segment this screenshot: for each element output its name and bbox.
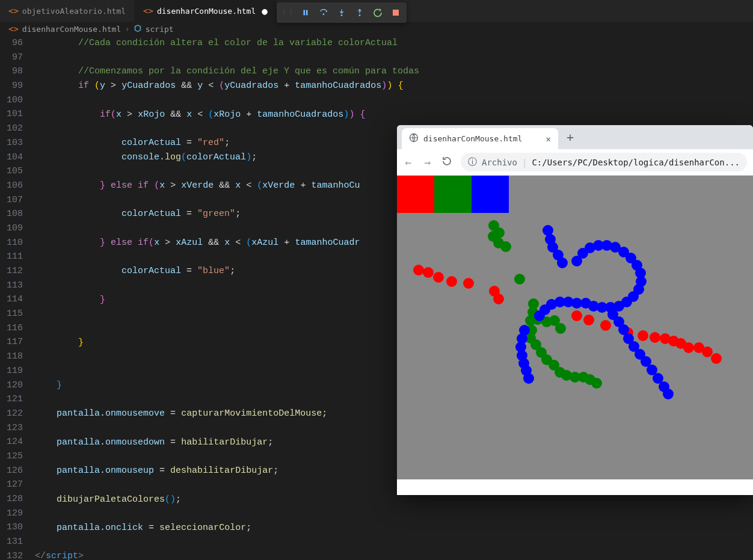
drawn-dot [711,353,722,364]
debug-restart-button[interactable] [369,5,386,20]
address-bar[interactable]: ⓘ Archivo | C:/Users/PC/Desktop/logica/d… [461,153,747,171]
drag-grip-icon[interactable]: ⋮⋮ [279,5,296,20]
globe-icon [409,133,419,144]
info-icon[interactable]: ⓘ [468,156,477,168]
drawn-dot [683,342,694,353]
drawn-dot [493,294,504,304]
chevron-right-icon: › [124,24,129,34]
drawn-dot [583,315,594,325]
debug-stop-button[interactable] [387,5,404,20]
addr-path: C:/Users/PC/Desktop/logica/disenharCon..… [532,158,740,167]
dirty-indicator-icon: ● [262,5,268,17]
drawn-dot [600,320,611,331]
drawn-dot [500,241,511,252]
svg-point-4 [359,14,361,16]
browser-toolbar: ← → ⓘ Archivo | C:/Users/PC/Desktop/logi… [397,149,753,176]
drawing-canvas[interactable] [397,176,753,479]
back-button[interactable]: ← [403,156,414,168]
browser-window: disenharConMouse.html ✕ + ← → ⓘ Archivo … [397,125,753,495]
drawn-dot [463,278,474,289]
addr-label: Archivo [482,158,517,167]
debug-step-into-button[interactable] [333,5,350,20]
drawn-dot [433,272,444,283]
html-file-icon: <> [8,24,19,34]
html-file-icon: <> [8,6,19,16]
debug-pause-button[interactable] [297,5,314,20]
editor-tab-inactive[interactable]: <> objetivoAleatorio.html [0,0,135,22]
drawn-dot [555,323,566,334]
symbol-icon [134,24,142,34]
breadcrumb: <> disenharConMouse.html › script [0,22,753,36]
reload-button[interactable] [441,156,452,169]
editor-tab-active[interactable]: <> disenharConMouse.html ● [135,0,277,22]
drawn-dot [413,265,424,275]
drawn-dot [638,330,648,341]
drawn-dot [591,378,602,389]
drawn-dot [650,332,660,343]
new-tab-button[interactable]: + [561,128,580,149]
svg-rect-0 [304,10,306,16]
svg-point-2 [323,13,325,15]
drawn-dot [423,267,434,278]
drawn-dot [571,310,582,321]
svg-point-3 [341,14,343,16]
drawn-dot [663,389,674,399]
breadcrumb-symbol[interactable]: script [146,25,174,34]
drawn-dot [446,276,457,287]
drawn-dot [534,310,545,321]
tab-label: objetivoAleatorio.html [22,7,126,16]
palette-green[interactable] [434,176,472,213]
svg-rect-1 [306,10,308,16]
separator: | [522,158,527,167]
debug-step-out-button[interactable] [351,5,368,20]
line-gutter: 9697989910010110210310410510610710810911… [0,36,35,560]
forward-button[interactable]: → [422,156,433,168]
drawn-dot [523,373,534,384]
browser-tab-strip: disenharConMouse.html ✕ + [397,125,753,149]
browser-viewport [397,176,753,495]
code-content[interactable]: //Cada condición altera el color de la v… [35,36,419,560]
debug-step-over-button[interactable] [315,5,332,20]
debug-toolbar[interactable]: ⋮⋮ [277,2,407,23]
browser-tab[interactable]: disenharConMouse.html ✕ [402,128,558,149]
close-icon[interactable]: ✕ [546,134,551,144]
palette-blue[interactable] [472,176,509,213]
tab-label: disenharConMouse.html [157,7,256,16]
html-file-icon: <> [143,6,153,16]
drawn-dot [514,274,525,285]
drawn-dot [557,257,568,268]
browser-tab-title: disenharConMouse.html [423,134,522,143]
svg-rect-5 [393,10,399,16]
palette-red[interactable] [397,176,434,213]
breadcrumb-file[interactable]: disenharConMouse.html [22,25,121,34]
